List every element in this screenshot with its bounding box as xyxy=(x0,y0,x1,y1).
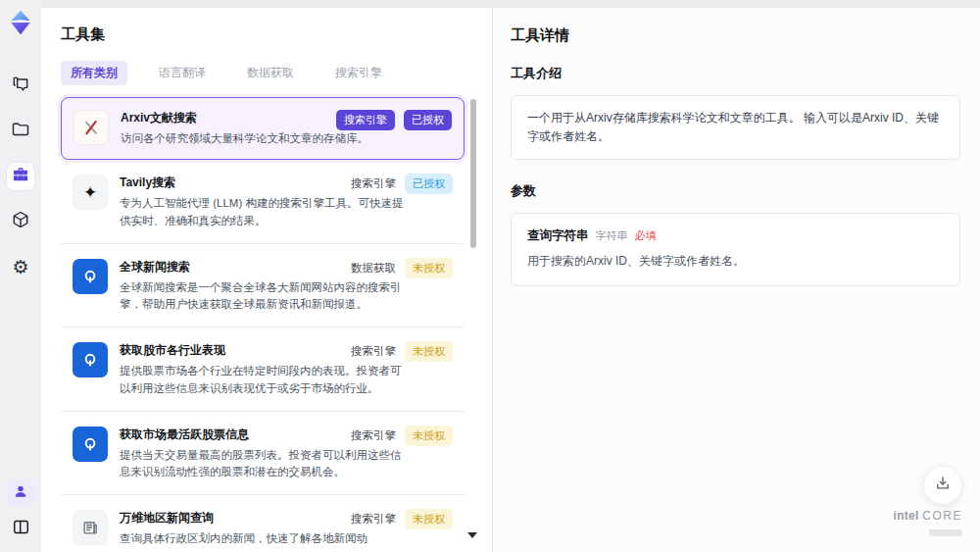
auth-status-badge: 未授权 xyxy=(405,341,453,362)
category-label: 数据获取 xyxy=(351,261,396,276)
auth-status-badge: 已授权 xyxy=(405,174,453,194)
auth-status-badge: 未授权 xyxy=(405,426,453,446)
param-required-flag: 必填 xyxy=(635,228,657,243)
category-badge: 搜索引擎 xyxy=(336,110,395,130)
left-rail: ⚙ xyxy=(0,0,41,552)
main-area: 工具集 所有类别 语言翻译 数据获取 搜索引擎 xyxy=(41,0,980,552)
tool-card-global-news[interactable]: 全球新闻搜索 全球新闻搜索是一个聚合全球各大新闻网站内容的搜索引擎，帮助用户快速… xyxy=(61,246,465,328)
nav-files[interactable] xyxy=(7,118,34,145)
nav-chat[interactable] xyxy=(7,73,34,100)
tab-language-translation[interactable]: 语言翻译 xyxy=(149,61,216,85)
category-label: 搜索引擎 xyxy=(351,344,396,359)
tool-card-description: 提供当天交易量最高的股票列表。投资者可以利用这些信息来识别流动性强的股票和潜在的… xyxy=(120,447,406,481)
top-strip xyxy=(41,0,980,8)
tool-card-title: Arxiv文献搜索 xyxy=(121,110,368,126)
param-type: 字符串 xyxy=(596,228,628,243)
page-title: 工具集 xyxy=(61,25,492,44)
detail-title: 工具详情 xyxy=(511,26,960,45)
sparkle-icon: ✦ xyxy=(73,175,108,210)
nav-collapse-panel[interactable] xyxy=(7,515,34,542)
tool-card-sector-performance[interactable]: 获取股市各行业表现 提供股票市场各个行业在特定时间段内的表现。投资者可以利用这些… xyxy=(61,329,465,412)
tab-data-acquisition[interactable]: 数据获取 xyxy=(237,61,304,85)
parameter-card: 查询字符串 字符串 必填 用于搜索的Arxiv ID、关键字或作者姓名。 xyxy=(511,213,960,286)
app-logo[interactable] xyxy=(6,8,35,37)
chat-icon xyxy=(11,75,30,98)
arxiv-logo-icon xyxy=(74,110,109,145)
category-tabs: 所有类别 语言翻译 数据获取 搜索引擎 xyxy=(61,61,492,85)
category-label: 搜索引擎 xyxy=(351,512,396,527)
nav-models[interactable] xyxy=(7,208,34,235)
panel-layout-icon xyxy=(12,518,30,540)
intro-heading: 工具介绍 xyxy=(511,65,960,82)
param-description: 用于搜索的Arxiv ID、关键字或作者姓名。 xyxy=(527,253,944,270)
tool-card-regional-news[interactable]: 万维地区新闻查询 查询具体行政区划内的新闻，快速了解各地新闻动 搜索引擎 未授权 xyxy=(61,497,465,552)
auth-status-badge: 未授权 xyxy=(405,509,453,529)
nav-toolbox[interactable] xyxy=(7,163,34,190)
tool-intro-box: 一个用于从Arxiv存储库搜索科学论文和文章的工具。 输入可以是Arxiv ID… xyxy=(511,95,960,160)
tab-search-engine[interactable]: 搜索引擎 xyxy=(325,61,392,85)
blue-search-icon xyxy=(73,427,108,462)
folder-icon xyxy=(11,120,30,143)
tool-card-description: 全球新闻搜索是一个聚合全球各大新闻网站内容的搜索引擎，帮助用户快速获取全球最新资… xyxy=(120,279,406,314)
gear-icon: ⚙ xyxy=(12,258,28,276)
tool-card-arxiv[interactable]: Arxiv文献搜索 访问各个研究领域大量科学论文和文章的存储库。 搜索引擎 已授… xyxy=(61,97,465,160)
core-wordmark: CORE xyxy=(922,509,962,523)
tool-card-description: 访问各个研究领域大量科学论文和文章的存储库。 xyxy=(121,130,368,147)
cube-icon xyxy=(11,210,30,233)
category-label: 搜索引擎 xyxy=(351,428,396,443)
tab-all-categories[interactable]: 所有类别 xyxy=(61,61,127,85)
intel-sub-badge xyxy=(929,529,962,536)
intel-core-logo: intel CORE xyxy=(894,509,962,540)
tools-list-panel: 工具集 所有类别 语言翻译 数据获取 搜索引擎 xyxy=(41,8,492,552)
intel-wordmark: intel xyxy=(894,509,919,523)
tool-detail-panel: 工具详情 工具介绍 一个用于从Arxiv存储库搜索科学论文和文章的工具。 输入可… xyxy=(493,8,980,552)
rail-bottom xyxy=(7,479,34,542)
download-icon xyxy=(934,475,952,496)
param-name: 查询字符串 xyxy=(527,227,589,244)
nav-account[interactable] xyxy=(7,479,34,507)
blue-search-icon xyxy=(73,342,108,377)
tool-card-most-active-stocks[interactable]: 获取市场最活跃股票信息 提供当天交易量最高的股票列表。投资者可以利用这些信息来识… xyxy=(61,414,465,496)
tool-card-tavily[interactable]: ✦ Tavily搜索 专为人工智能代理 (LLM) 构建的搜索引擎工具。可快速提… xyxy=(61,162,465,244)
tool-card-description: 提供股票市场各个行业在特定时间段内的表现。投资者可以利用这些信息来识别表现优于或… xyxy=(120,363,406,397)
download-button[interactable] xyxy=(923,466,962,505)
scroll-down-icon[interactable] xyxy=(467,532,477,538)
user-icon xyxy=(12,482,29,504)
app-window: ⚙ xyxy=(0,0,980,552)
list-scrollbar[interactable] xyxy=(470,99,476,248)
blue-search-icon xyxy=(73,259,108,294)
auth-status-badge: 未授权 xyxy=(405,258,453,278)
tool-card-description: 专为人工智能代理 (LLM) 构建的搜索引擎工具。可快速提供实时、准确和真实的结… xyxy=(120,195,406,229)
tool-card-list: Arxiv文献搜索 访问各个研究领域大量科学论文和文章的存储库。 搜索引擎 已授… xyxy=(61,97,465,552)
rail-nav: ⚙ xyxy=(7,73,34,280)
auth-status-badge: 已授权 xyxy=(404,110,452,130)
nav-settings[interactable]: ⚙ xyxy=(7,253,34,280)
tool-card-description: 查询具体行政区划内的新闻，快速了解各地新闻动 xyxy=(120,530,368,547)
toolbox-icon xyxy=(11,165,30,188)
category-label: 搜索引擎 xyxy=(351,176,396,191)
params-heading: 参数 xyxy=(511,182,960,200)
newspaper-icon xyxy=(73,510,108,545)
tool-card-title: 万维地区新闻查询 xyxy=(120,510,368,527)
